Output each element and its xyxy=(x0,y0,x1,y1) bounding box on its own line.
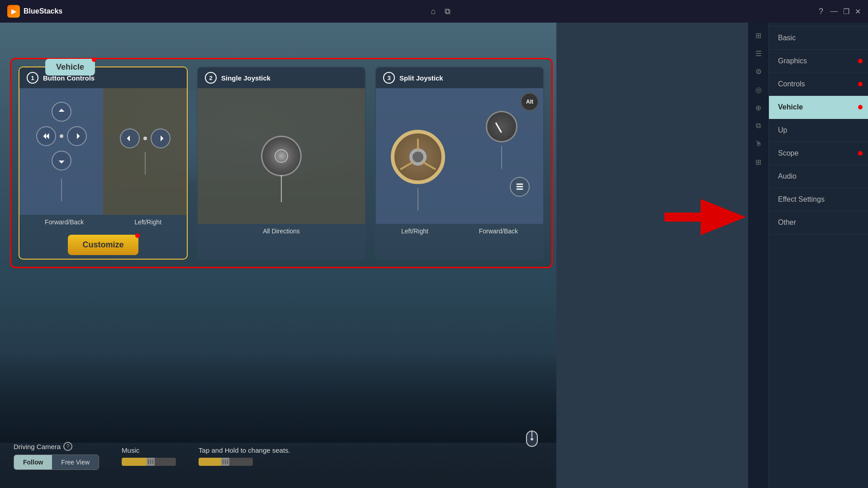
customize-dot xyxy=(135,233,140,238)
restore-button[interactable]: ❐ xyxy=(843,7,849,16)
card3-labels: Left/Right Forward/Back xyxy=(376,227,543,235)
red-arrow-svg xyxy=(664,194,746,240)
right-button[interactable] xyxy=(67,126,87,146)
music-slider[interactable] xyxy=(122,458,176,466)
sidebar-graphics-label: Graphics xyxy=(778,57,807,65)
music-slider-fill xyxy=(122,458,147,466)
controls-dot xyxy=(858,82,863,86)
camera-toggle-group: Follow Free View xyxy=(14,455,99,470)
sidebar-other-label: Other xyxy=(778,218,796,227)
card1-right xyxy=(103,88,187,215)
vehicle-top-label: Vehicle xyxy=(56,62,84,72)
seats-label: Tap and Hold to change seats. xyxy=(199,446,290,454)
split-joystick-right: Alt xyxy=(460,88,543,224)
lr-group xyxy=(36,126,87,146)
graphics-dot xyxy=(858,59,863,63)
speedometer-needle xyxy=(495,122,502,133)
seats-slider[interactable] xyxy=(199,458,253,466)
bluestacks-logo: ▶ BlueStacks xyxy=(7,5,62,18)
split-joystick-card[interactable]: 3 Split Joystick xyxy=(375,66,544,260)
side-icon-2[interactable]: ☰ xyxy=(750,45,767,62)
svg-rect-0 xyxy=(517,184,523,185)
center-dot xyxy=(60,134,63,138)
mouse-icon xyxy=(526,430,538,447)
minimize-button[interactable]: — xyxy=(830,7,838,16)
lr-left[interactable] xyxy=(120,128,140,148)
lr-right[interactable] xyxy=(151,128,171,148)
card2-dir-label: All Directions xyxy=(263,227,300,235)
sidebar-item-vehicle[interactable]: Vehicle xyxy=(769,96,868,119)
right-sidebar: Settings ✕ Basic Graphics Controls Vehic… xyxy=(768,0,868,488)
music-slider-handle[interactable] xyxy=(147,458,155,466)
vertical-line-left xyxy=(61,179,62,201)
alt-badge: Alt xyxy=(521,93,539,111)
svg-marker-6 xyxy=(664,199,746,235)
lr-dot xyxy=(143,137,147,140)
side-icon-5[interactable]: ⊕ xyxy=(750,99,767,116)
top-bar-center: ⌂ ⧉ xyxy=(62,7,819,16)
vehicle-top-button[interactable]: Vehicle xyxy=(45,59,95,76)
mouse-icon-wrapper xyxy=(526,430,538,449)
seats-slider-handle[interactable] xyxy=(221,458,229,466)
alt-badge-wrapper: Alt xyxy=(521,93,539,111)
music-section: Music xyxy=(122,446,176,466)
free-view-button[interactable]: Free View xyxy=(52,455,99,469)
action-button[interactable] xyxy=(510,177,530,197)
svg-rect-1 xyxy=(517,186,523,187)
sidebar-item-controls[interactable]: Controls xyxy=(769,73,868,96)
customize-button[interactable]: Customize xyxy=(68,235,138,255)
scope-dot xyxy=(858,151,863,156)
speedometer[interactable] xyxy=(486,111,517,142)
steering-wheel[interactable] xyxy=(391,130,445,184)
sidebar-item-up[interactable]: Up xyxy=(769,119,868,142)
sidebar-item-audio[interactable]: Audio xyxy=(769,165,868,188)
svg-point-5 xyxy=(531,438,533,441)
sidebar-item-graphics[interactable]: Graphics xyxy=(769,50,868,73)
sidebar-item-effect-settings[interactable]: Effect Settings xyxy=(769,188,868,211)
sidebar-item-basic[interactable]: Basic xyxy=(769,27,868,50)
help-icon[interactable]: ? xyxy=(819,7,823,16)
side-icon-6[interactable]: ⧉ xyxy=(750,118,767,134)
sidebar-effect-label: Effect Settings xyxy=(778,195,825,204)
single-joystick-card[interactable]: 2 Single Joystick All Directions xyxy=(197,66,366,260)
seats-slider-lines xyxy=(223,460,228,464)
button-controls-card[interactable]: 1 Button Controls xyxy=(19,66,188,260)
wheel-line xyxy=(417,188,418,210)
joystick-container xyxy=(261,136,302,176)
sidebar-item-other[interactable]: Other xyxy=(769,211,868,234)
card1-left-label: Forward/Back xyxy=(45,218,84,226)
card1-right-label: Left/Right xyxy=(134,218,161,226)
sidebar-basic-label: Basic xyxy=(778,34,796,42)
down-button[interactable] xyxy=(52,151,71,171)
card3-left-label: Left/Right xyxy=(401,227,428,235)
card3-right-label: Forward/Back xyxy=(479,227,518,235)
seats-section: Tap and Hold to change seats. xyxy=(199,446,290,466)
joystick-circle[interactable] xyxy=(261,136,302,176)
sidebar-vehicle-label: Vehicle xyxy=(778,103,803,111)
side-icon-1[interactable]: ⊞ xyxy=(750,27,767,43)
card2-header: 2 Single Joystick xyxy=(198,67,365,88)
side-icon-4[interactable]: ◎ xyxy=(750,81,767,98)
speed-line xyxy=(501,146,502,169)
side-icons-bar: ⊞ ☰ ⚙ ◎ ⊕ ⧉ 🖱 ⊞ xyxy=(748,23,768,488)
seats-slider-fill xyxy=(199,458,221,466)
follow-button[interactable]: Follow xyxy=(14,455,52,469)
close-button[interactable]: ✕ xyxy=(855,7,861,16)
card2-labels: All Directions xyxy=(198,227,365,235)
side-icon-7[interactable]: 🖱 xyxy=(750,136,767,152)
card3-header: 3 Split Joystick xyxy=(376,67,543,88)
left-button[interactable] xyxy=(36,126,56,146)
side-icon-3[interactable]: ⚙ xyxy=(750,63,767,80)
card3-body: Alt xyxy=(376,88,543,224)
split-joystick-left xyxy=(376,88,460,224)
card3-label: Split Joystick xyxy=(399,74,443,82)
sidebar-item-scope[interactable]: Scope xyxy=(769,142,868,165)
home-icon[interactable]: ⌂ xyxy=(431,7,436,16)
customize-wrapper: Customize xyxy=(19,226,187,259)
help-icon-driving[interactable]: ? xyxy=(63,442,72,451)
up-button[interactable] xyxy=(52,102,71,122)
side-icon-8[interactable]: ⊞ xyxy=(750,154,767,170)
sidebar-up-label: Up xyxy=(778,126,787,134)
window-icon[interactable]: ⧉ xyxy=(445,7,451,16)
slider-lines xyxy=(148,460,153,464)
